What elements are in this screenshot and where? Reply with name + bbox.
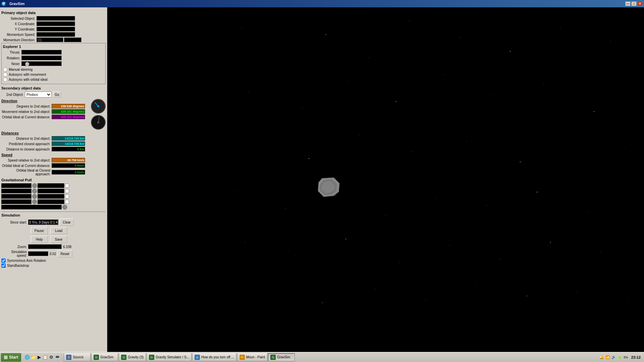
speed-rel-value: 28.759 km/s	[52, 158, 85, 163]
quick-media[interactable]: ▶	[37, 355, 42, 360]
stars-backdrop-row[interactable]: StarsBackdrop	[1, 263, 106, 268]
grav-circle-1	[32, 183, 37, 188]
star	[443, 74, 443, 75]
taskbar-moon-paint[interactable]: P Moon - Paint	[237, 353, 268, 361]
zoom-row: Zoom: 6.338	[1, 244, 106, 249]
predicted-closest-row: Predicted closest approach: 14218.726 km	[1, 141, 106, 146]
left-panel: Primary object data Selected Object: X C…	[0, 7, 107, 362]
grav-bar-left-1	[1, 183, 32, 188]
tray-lang[interactable]: EN	[623, 355, 629, 360]
star	[436, 198, 436, 199]
second-object-select[interactable]: Phobos Mars Deimos	[25, 92, 52, 98]
close-button[interactable]: ✕	[637, 1, 643, 6]
autosync-movement-radio[interactable]	[3, 72, 7, 77]
star	[537, 192, 537, 192]
maximize-button[interactable]: □	[631, 1, 637, 6]
quick-app2[interactable]: ⚙	[49, 355, 54, 360]
sync-axis-row[interactable]: Syncronious Axis Rotation	[1, 258, 106, 263]
reset-button[interactable]: Reset	[57, 250, 72, 257]
autosync-orbital-row[interactable]: Autosync with orbital ideal	[3, 77, 104, 82]
star	[543, 84, 544, 85]
gravity-sim-icon: G	[149, 355, 154, 360]
taskbar-source[interactable]: S Source	[64, 353, 91, 361]
star	[302, 108, 302, 108]
quick-app3[interactable]: 💻	[55, 355, 60, 360]
grav-checkbox-2[interactable]	[65, 189, 69, 193]
star	[426, 299, 426, 299]
manual-steering-radio[interactable]	[3, 67, 7, 72]
autosync-orbital-radio[interactable]	[3, 77, 7, 82]
quick-folder[interactable]: 📁	[31, 355, 36, 360]
tray-notifications[interactable]: 🔔	[599, 355, 604, 360]
pause-button[interactable]: Pause	[31, 227, 48, 234]
star	[325, 34, 326, 35]
thrust-row: Thrust:	[3, 50, 104, 55]
movement-rel-row: Movement relative to 2nd object: 329.101…	[1, 109, 88, 114]
sync-axis-checkbox[interactable]	[1, 258, 6, 263]
autosync-orbital-label: Autosync with orbital ideal	[9, 78, 48, 81]
speed-rel-row: Speed relative to 2nd object: 28.759 km/…	[1, 158, 106, 163]
taskbar-gravsim[interactable]: G GravSim	[91, 353, 118, 361]
nose-bar	[21, 61, 62, 66]
grav-checkbox-3[interactable]	[65, 194, 69, 198]
sim-speed-row: Simulation speed: 0.02 Reset	[1, 250, 106, 257]
grav-row-1	[1, 183, 106, 188]
since-start-input[interactable]	[28, 220, 58, 225]
autosync-movement-row[interactable]: Autosync with movement	[3, 72, 104, 77]
grav-bar-left-3	[1, 194, 32, 199]
direction-data-cols: Direction Degrees to 2nd object: 238.538…	[1, 99, 88, 120]
taskbar-gravity-sim[interactable]: G Gravity Simulator / S...	[147, 353, 192, 361]
orbital-current-label: Orbital Ideal at Current distance:	[1, 164, 52, 168]
star	[466, 141, 467, 142]
primary-section-title: Primary object data	[1, 11, 106, 15]
grav-circle-4	[32, 199, 37, 204]
taskbar-gravsim2[interactable]: G GravSim	[268, 353, 295, 361]
predicted-closest-value: 14218.726 km	[52, 141, 85, 146]
go-button[interactable]: Go	[53, 92, 61, 98]
star	[587, 212, 587, 212]
star	[245, 242, 245, 242]
x-coordinate-bar	[37, 21, 75, 26]
orbital-closest-value: 0 km/s	[52, 170, 85, 175]
star	[574, 138, 574, 138]
tray-volume[interactable]: 🔊	[611, 355, 616, 360]
space-view[interactable]	[107, 7, 644, 362]
star	[309, 158, 309, 159]
direction-dial-dot	[97, 105, 99, 107]
star	[396, 101, 396, 102]
tray-network[interactable]: 📶	[605, 355, 610, 360]
star	[550, 242, 551, 243]
clear-button[interactable]: Clear	[60, 219, 74, 226]
sim-speed-bar	[28, 251, 48, 256]
gravsim2-icon: G	[270, 355, 276, 360]
load-button[interactable]: Load	[50, 227, 67, 234]
predicted-closest-label: Predicted closest approach:	[1, 142, 52, 146]
taskbar-gravity3[interactable]: G Gravity (3)	[119, 353, 146, 361]
manual-steering-row[interactable]: Manual steering	[3, 67, 104, 72]
quick-ie[interactable]: 🌐	[24, 355, 30, 360]
rotation-label: Rotation:	[3, 56, 21, 60]
movement-rel-label: Movement relative to 2nd object:	[1, 110, 52, 114]
star	[349, 81, 349, 81]
tray-battery[interactable]: 🔋	[617, 355, 623, 360]
star	[510, 51, 511, 52]
minimize-button[interactable]: —	[625, 1, 631, 6]
movement-rel-value: 329.101 degrees	[52, 109, 85, 114]
taskbar-how-do-you[interactable]: e How do you turn off ...	[192, 353, 236, 361]
title-bar: 🌍 GravSim — □ ✕	[0, 0, 644, 7]
orbital-ideal-label: Orbital Ideal at Current distance:	[1, 115, 52, 119]
stars-backdrop-checkbox[interactable]	[1, 263, 6, 268]
star	[409, 21, 410, 21]
grav-bar-right-4	[38, 199, 64, 204]
grav-checkbox-1[interactable]	[65, 184, 69, 188]
quick-app1[interactable]: 📋	[43, 355, 48, 360]
save-button[interactable]: Save	[50, 236, 67, 243]
orbital-ideal-row: Orbital Ideal at Current distance: 225.1…	[1, 115, 88, 119]
orbital-ideal-value: 225.101 degrees	[52, 115, 85, 119]
distance-2nd-label: Distance to 2nd object:	[1, 137, 52, 140]
grav-checkbox-4[interactable]	[65, 200, 69, 204]
star	[493, 95, 493, 95]
star	[594, 111, 594, 112]
help-button[interactable]: Help	[31, 236, 48, 243]
start-button[interactable]: ⊞ Start	[1, 353, 21, 362]
